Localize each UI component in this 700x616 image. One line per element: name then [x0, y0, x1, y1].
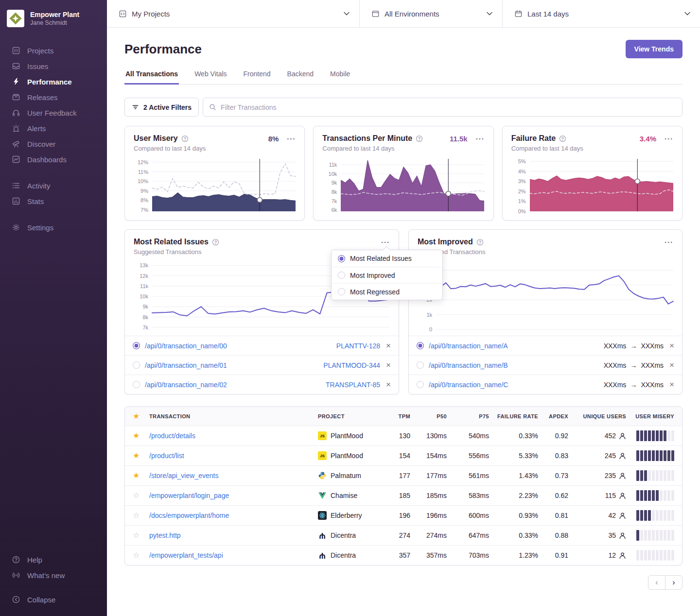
card-menu-button[interactable]: ···: [282, 135, 296, 143]
environment-selector[interactable]: All Environments: [360, 0, 503, 27]
issue-link[interactable]: PLANTTV-128: [336, 342, 380, 350]
help-icon: [12, 555, 20, 564]
menu-option-label: Most Improved: [350, 272, 395, 279]
search-icon: [209, 103, 216, 111]
org-switcher[interactable]: Empower Plant Jane Schmidt: [0, 7, 107, 32]
transaction-link[interactable]: /empowerplant/login_page: [149, 492, 318, 499]
sidebar-item-user-feedback[interactable]: User Feedback: [0, 105, 107, 120]
radio-button[interactable]: [417, 381, 424, 388]
tab-frontend[interactable]: Frontend: [243, 67, 272, 85]
star-icon[interactable]: ☆: [133, 551, 149, 559]
sidebar-item-projects[interactable]: Projects: [0, 43, 107, 58]
sidebar-collapse-button[interactable]: Collapse: [0, 592, 107, 607]
projects-icon: [119, 10, 127, 18]
menu-option[interactable]: Most Regressed: [332, 283, 442, 300]
tab-mobile[interactable]: Mobile: [329, 67, 351, 85]
star-icon[interactable]: ★: [133, 472, 149, 479]
column-header[interactable]: USER MISERY: [626, 413, 674, 419]
question-mark-icon[interactable]: [212, 239, 219, 246]
tpm-chart: [341, 159, 484, 211]
transaction-link[interactable]: /api/0/transaction_name/00: [145, 342, 227, 350]
next-page-button[interactable]: ›: [665, 575, 682, 590]
issue-link[interactable]: TRANSPLANT-85: [326, 381, 380, 389]
sidebar-item-help[interactable]: Help: [0, 552, 107, 567]
close-icon[interactable]: ×: [386, 342, 391, 350]
sidebar-item-settings[interactable]: Settings: [0, 220, 107, 235]
question-mark-icon[interactable]: [181, 135, 189, 142]
card-subtitle: Compared to last 14 days: [322, 145, 484, 152]
active-filters-button[interactable]: 2 Active Filters: [124, 98, 199, 117]
close-icon[interactable]: ×: [669, 342, 674, 350]
close-icon[interactable]: ×: [669, 380, 674, 389]
radio-button[interactable]: [133, 381, 140, 388]
view-trends-button[interactable]: View Trends: [626, 40, 682, 58]
star-icon[interactable]: ☆: [133, 492, 149, 499]
star-icon[interactable]: ★: [133, 452, 149, 460]
card-menu-button[interactable]: ···: [471, 135, 485, 143]
transaction-link[interactable]: /empowerplant_tests/api: [149, 551, 318, 559]
card-menu-button[interactable]: ···: [660, 135, 673, 143]
card-menu-button[interactable]: ···: [376, 238, 390, 246]
p75-value: 540ms: [447, 432, 489, 440]
column-header[interactable]: TRANSACTION: [149, 413, 318, 419]
radio-button[interactable]: [133, 361, 140, 369]
sidebar-item-stats[interactable]: Stats: [0, 193, 107, 209]
column-header[interactable]: P75: [447, 413, 489, 419]
column-header[interactable]: UNIQUE USERS: [568, 413, 626, 419]
project-selector[interactable]: My Projects: [107, 0, 360, 27]
column-header[interactable]: P50: [410, 413, 447, 419]
radio-button[interactable]: [417, 361, 424, 369]
transaction-link[interactable]: /api/0/transaction_name/C: [429, 381, 508, 389]
close-icon[interactable]: ×: [386, 380, 391, 389]
tab-all-transactions[interactable]: All Transactions: [124, 67, 179, 85]
sidebar-item-dashboards[interactable]: Dashboards: [0, 152, 107, 167]
star-icon[interactable]: ★: [133, 432, 149, 440]
most-related-issues-card: Most Related Issues ··· Suggested Transa…: [124, 229, 399, 394]
sidebar-item-discover[interactable]: Discover: [0, 136, 107, 152]
transaction-link[interactable]: /product/details: [149, 432, 318, 440]
close-icon[interactable]: ×: [669, 361, 674, 369]
transaction-link[interactable]: /docs/empowerplant/home: [149, 512, 318, 519]
transaction-link[interactable]: /api/0/transaction_name/01: [145, 361, 227, 369]
question-mark-icon[interactable]: [559, 135, 566, 142]
question-mark-icon[interactable]: [416, 135, 423, 142]
tab-backend[interactable]: Backend: [286, 67, 315, 85]
menu-option-label: Most Related Issues: [350, 255, 412, 262]
star-icon[interactable]: ☆: [133, 512, 149, 519]
transaction-link[interactable]: pytest.http: [149, 531, 318, 539]
transaction-link[interactable]: /product/list: [149, 452, 318, 460]
tabs: All TransactionsWeb VitalsFrontendBacken…: [124, 67, 682, 85]
close-icon[interactable]: ×: [386, 361, 391, 369]
column-header[interactable]: FAILURE RATE: [489, 413, 538, 419]
transaction-link[interactable]: /api/0/transaction_name/02: [145, 381, 227, 389]
sidebar-item-alerts[interactable]: Alerts: [0, 120, 107, 136]
project-name: Dicentra: [331, 551, 356, 559]
transaction-link[interactable]: /api/0/transaction_name/B: [429, 361, 508, 369]
card-menu-button[interactable]: ···: [660, 238, 673, 246]
issue-link[interactable]: PLANTMOOD-344: [323, 361, 380, 369]
environment-selector-value: All Environments: [385, 10, 482, 18]
column-header[interactable]: APDEX: [538, 413, 568, 419]
radio-button[interactable]: [133, 342, 140, 349]
y-axis: 13k12k11k10k9k8k7k: [134, 261, 152, 329]
question-mark-icon[interactable]: [476, 239, 484, 246]
sidebar-item-releases[interactable]: Releases: [0, 89, 107, 105]
sidebar-item-whats-new[interactable]: What’s new: [0, 567, 107, 583]
tab-web-vitals[interactable]: Web Vitals: [193, 67, 228, 85]
transaction-link[interactable]: /store/api_view_events: [149, 472, 318, 479]
transaction-link[interactable]: /api/0/transaction_name/A: [429, 342, 508, 350]
star-icon[interactable]: ☆: [133, 531, 149, 539]
table-header-row: ★ TRANSACTION PROJECT TPM P50 P75 FAILUR…: [125, 407, 682, 426]
sidebar-item-performance[interactable]: Performance: [0, 74, 107, 89]
filter-transactions-input[interactable]: [221, 103, 676, 111]
date-range-selector[interactable]: Last 14 days: [503, 0, 700, 27]
menu-option[interactable]: Most Improved: [332, 267, 442, 283]
most-improved-card: Most Improved ··· Suggested Transactions…: [408, 229, 682, 394]
previous-page-button[interactable]: ‹: [648, 575, 665, 590]
p50-value: 130ms: [410, 432, 447, 440]
radio-button[interactable]: [417, 342, 424, 349]
column-header[interactable]: PROJECT: [318, 413, 381, 419]
sidebar-item-activity[interactable]: Activity: [0, 178, 107, 193]
sidebar-item-issues[interactable]: Issues: [0, 58, 107, 74]
column-header[interactable]: TPM: [381, 413, 410, 419]
